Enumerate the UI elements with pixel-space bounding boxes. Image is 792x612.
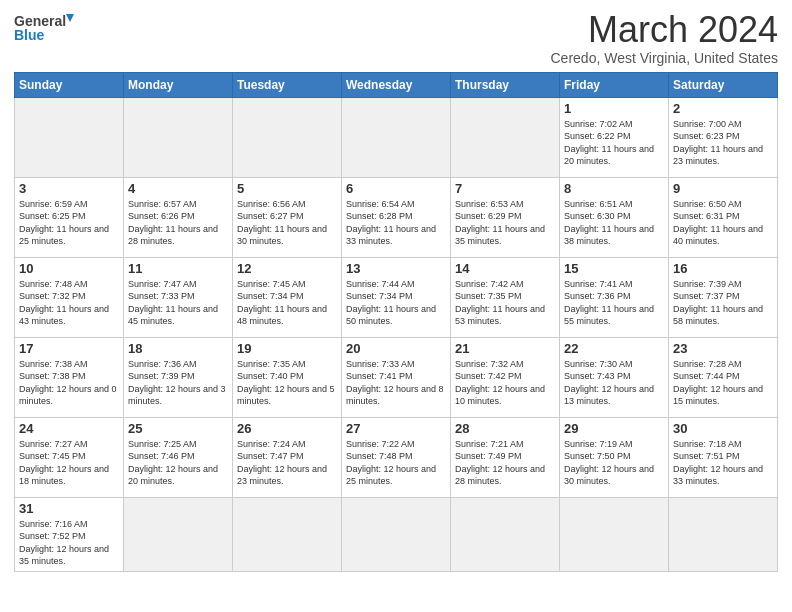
calendar-cell-1-5: 8Sunrise: 6:51 AM Sunset: 6:30 PM Daylig…: [560, 177, 669, 257]
calendar-cell-1-4: 7Sunrise: 6:53 AM Sunset: 6:29 PM Daylig…: [451, 177, 560, 257]
calendar-cell-2-6: 16Sunrise: 7:39 AM Sunset: 7:37 PM Dayli…: [669, 257, 778, 337]
calendar-cell-2-0: 10Sunrise: 7:48 AM Sunset: 7:32 PM Dayli…: [15, 257, 124, 337]
day-info: Sunrise: 7:24 AM Sunset: 7:47 PM Dayligh…: [237, 438, 337, 488]
day-number: 24: [19, 421, 119, 436]
header-tuesday: Tuesday: [233, 72, 342, 97]
day-number: 25: [128, 421, 228, 436]
day-number: 5: [237, 181, 337, 196]
day-number: 28: [455, 421, 555, 436]
day-info: Sunrise: 6:53 AM Sunset: 6:29 PM Dayligh…: [455, 198, 555, 248]
week-row-5: 31Sunrise: 7:16 AM Sunset: 7:52 PM Dayli…: [15, 497, 778, 571]
day-number: 10: [19, 261, 119, 276]
calendar-cell-4-3: 27Sunrise: 7:22 AM Sunset: 7:48 PM Dayli…: [342, 417, 451, 497]
calendar-cell-3-3: 20Sunrise: 7:33 AM Sunset: 7:41 PM Dayli…: [342, 337, 451, 417]
day-info: Sunrise: 7:44 AM Sunset: 7:34 PM Dayligh…: [346, 278, 446, 328]
day-info: Sunrise: 7:00 AM Sunset: 6:23 PM Dayligh…: [673, 118, 773, 168]
calendar-cell-1-0: 3Sunrise: 6:59 AM Sunset: 6:25 PM Daylig…: [15, 177, 124, 257]
day-number: 8: [564, 181, 664, 196]
calendar-cell-0-4: [451, 97, 560, 177]
day-number: 29: [564, 421, 664, 436]
calendar-cell-0-5: 1Sunrise: 7:02 AM Sunset: 6:22 PM Daylig…: [560, 97, 669, 177]
day-info: Sunrise: 7:28 AM Sunset: 7:44 PM Dayligh…: [673, 358, 773, 408]
day-info: Sunrise: 7:45 AM Sunset: 7:34 PM Dayligh…: [237, 278, 337, 328]
day-info: Sunrise: 7:32 AM Sunset: 7:42 PM Dayligh…: [455, 358, 555, 408]
day-info: Sunrise: 6:54 AM Sunset: 6:28 PM Dayligh…: [346, 198, 446, 248]
day-number: 7: [455, 181, 555, 196]
calendar-cell-4-0: 24Sunrise: 7:27 AM Sunset: 7:45 PM Dayli…: [15, 417, 124, 497]
header-wednesday: Wednesday: [342, 72, 451, 97]
calendar-header-row: SundayMondayTuesdayWednesdayThursdayFrid…: [15, 72, 778, 97]
day-info: Sunrise: 7:02 AM Sunset: 6:22 PM Dayligh…: [564, 118, 664, 168]
calendar-cell-0-2: [233, 97, 342, 177]
generalblue-logo-icon: General Blue: [14, 10, 74, 46]
day-info: Sunrise: 7:22 AM Sunset: 7:48 PM Dayligh…: [346, 438, 446, 488]
calendar-cell-2-2: 12Sunrise: 7:45 AM Sunset: 7:34 PM Dayli…: [233, 257, 342, 337]
calendar-cell-4-4: 28Sunrise: 7:21 AM Sunset: 7:49 PM Dayli…: [451, 417, 560, 497]
week-row-3: 17Sunrise: 7:38 AM Sunset: 7:38 PM Dayli…: [15, 337, 778, 417]
day-info: Sunrise: 7:25 AM Sunset: 7:46 PM Dayligh…: [128, 438, 228, 488]
day-number: 20: [346, 341, 446, 356]
day-info: Sunrise: 7:19 AM Sunset: 7:50 PM Dayligh…: [564, 438, 664, 488]
calendar-cell-3-2: 19Sunrise: 7:35 AM Sunset: 7:40 PM Dayli…: [233, 337, 342, 417]
day-info: Sunrise: 6:50 AM Sunset: 6:31 PM Dayligh…: [673, 198, 773, 248]
calendar-cell-4-5: 29Sunrise: 7:19 AM Sunset: 7:50 PM Dayli…: [560, 417, 669, 497]
calendar-cell-1-3: 6Sunrise: 6:54 AM Sunset: 6:28 PM Daylig…: [342, 177, 451, 257]
day-number: 13: [346, 261, 446, 276]
calendar-cell-0-3: [342, 97, 451, 177]
calendar-cell-5-0: 31Sunrise: 7:16 AM Sunset: 7:52 PM Dayli…: [15, 497, 124, 571]
header-saturday: Saturday: [669, 72, 778, 97]
header-monday: Monday: [124, 72, 233, 97]
week-row-0: 1Sunrise: 7:02 AM Sunset: 6:22 PM Daylig…: [15, 97, 778, 177]
day-info: Sunrise: 7:36 AM Sunset: 7:39 PM Dayligh…: [128, 358, 228, 408]
day-info: Sunrise: 7:35 AM Sunset: 7:40 PM Dayligh…: [237, 358, 337, 408]
day-number: 18: [128, 341, 228, 356]
page: General Blue March 2024 Ceredo, West Vir…: [0, 0, 792, 612]
calendar-cell-4-2: 26Sunrise: 7:24 AM Sunset: 7:47 PM Dayli…: [233, 417, 342, 497]
day-info: Sunrise: 7:48 AM Sunset: 7:32 PM Dayligh…: [19, 278, 119, 328]
day-info: Sunrise: 7:39 AM Sunset: 7:37 PM Dayligh…: [673, 278, 773, 328]
day-number: 30: [673, 421, 773, 436]
calendar-cell-3-1: 18Sunrise: 7:36 AM Sunset: 7:39 PM Dayli…: [124, 337, 233, 417]
day-number: 2: [673, 101, 773, 116]
calendar-cell-3-6: 23Sunrise: 7:28 AM Sunset: 7:44 PM Dayli…: [669, 337, 778, 417]
day-number: 23: [673, 341, 773, 356]
calendar-cell-2-5: 15Sunrise: 7:41 AM Sunset: 7:36 PM Dayli…: [560, 257, 669, 337]
title-block: March 2024 Ceredo, West Virginia, United…: [551, 10, 779, 66]
svg-marker-2: [66, 14, 74, 22]
day-number: 22: [564, 341, 664, 356]
week-row-1: 3Sunrise: 6:59 AM Sunset: 6:25 PM Daylig…: [15, 177, 778, 257]
calendar-cell-4-1: 25Sunrise: 7:25 AM Sunset: 7:46 PM Dayli…: [124, 417, 233, 497]
day-number: 16: [673, 261, 773, 276]
day-info: Sunrise: 7:42 AM Sunset: 7:35 PM Dayligh…: [455, 278, 555, 328]
calendar-cell-3-0: 17Sunrise: 7:38 AM Sunset: 7:38 PM Dayli…: [15, 337, 124, 417]
calendar-cell-2-1: 11Sunrise: 7:47 AM Sunset: 7:33 PM Dayli…: [124, 257, 233, 337]
calendar-cell-0-6: 2Sunrise: 7:00 AM Sunset: 6:23 PM Daylig…: [669, 97, 778, 177]
calendar-cell-1-2: 5Sunrise: 6:56 AM Sunset: 6:27 PM Daylig…: [233, 177, 342, 257]
calendar-cell-2-4: 14Sunrise: 7:42 AM Sunset: 7:35 PM Dayli…: [451, 257, 560, 337]
header-friday: Friday: [560, 72, 669, 97]
day-info: Sunrise: 7:27 AM Sunset: 7:45 PM Dayligh…: [19, 438, 119, 488]
day-info: Sunrise: 6:51 AM Sunset: 6:30 PM Dayligh…: [564, 198, 664, 248]
header-sunday: Sunday: [15, 72, 124, 97]
day-number: 14: [455, 261, 555, 276]
week-row-2: 10Sunrise: 7:48 AM Sunset: 7:32 PM Dayli…: [15, 257, 778, 337]
header-thursday: Thursday: [451, 72, 560, 97]
calendar-cell-5-4: [451, 497, 560, 571]
day-number: 3: [19, 181, 119, 196]
day-number: 1: [564, 101, 664, 116]
calendar-table: SundayMondayTuesdayWednesdayThursdayFrid…: [14, 72, 778, 572]
day-number: 31: [19, 501, 119, 516]
day-info: Sunrise: 6:56 AM Sunset: 6:27 PM Dayligh…: [237, 198, 337, 248]
day-number: 11: [128, 261, 228, 276]
day-info: Sunrise: 7:16 AM Sunset: 7:52 PM Dayligh…: [19, 518, 119, 568]
calendar-cell-3-4: 21Sunrise: 7:32 AM Sunset: 7:42 PM Dayli…: [451, 337, 560, 417]
calendar-cell-0-1: [124, 97, 233, 177]
day-number: 9: [673, 181, 773, 196]
day-number: 19: [237, 341, 337, 356]
month-title: March 2024: [551, 10, 779, 50]
day-number: 12: [237, 261, 337, 276]
day-number: 26: [237, 421, 337, 436]
location: Ceredo, West Virginia, United States: [551, 50, 779, 66]
calendar-cell-5-3: [342, 497, 451, 571]
calendar-cell-5-2: [233, 497, 342, 571]
